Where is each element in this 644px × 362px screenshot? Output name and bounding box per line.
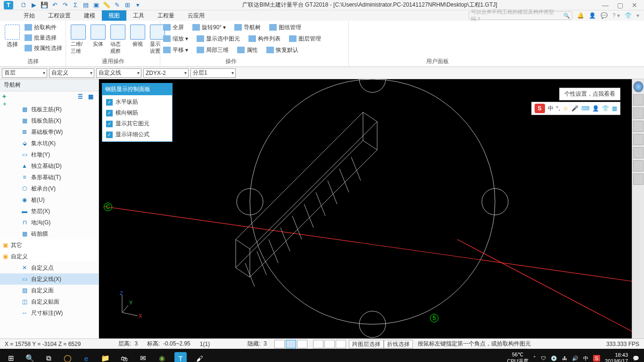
add-icon[interactable]: ✦＋ [2, 93, 10, 101]
help-icon[interactable]: ? ▾ [612, 12, 620, 19]
ime-emoji-icon[interactable]: ☺ [563, 105, 569, 112]
mail-icon[interactable]: ✉ [137, 352, 149, 362]
ribbon-big-item[interactable]: 二维/三维 [69, 23, 88, 57]
side-settings-icon[interactable] [633, 173, 644, 185]
qat-sum-icon[interactable]: Σ [72, 1, 79, 9]
tree-item[interactable]: ▲独立基础(D) [0, 160, 99, 172]
tray-vol-icon[interactable]: 🔊 [572, 355, 578, 362]
maximize-icon[interactable]: ▢ [617, 1, 623, 9]
tree-category[interactable]: ▣ 其它 [0, 239, 99, 251]
ribbon-big-item[interactable]: 俯视 [128, 23, 147, 49]
grid-view-icon[interactable]: ▦ [88, 93, 97, 101]
menu-4[interactable]: 工具 [126, 10, 151, 21]
tree-item[interactable]: ▨自定义面 [0, 285, 99, 296]
menu-1[interactable]: 工程设置 [41, 10, 77, 21]
ribbon-op-item[interactable]: 属性 [237, 45, 258, 55]
user-icon[interactable]: 👤 [589, 12, 596, 19]
tree-item[interactable]: ◫自定义贴面 [0, 296, 99, 307]
ribbon-op-item[interactable]: 导航树 [234, 23, 261, 32]
tree-item[interactable]: ⊓地沟(G) [0, 217, 99, 228]
ribbon-op-item[interactable]: 图纸管理 [269, 23, 301, 32]
list-view-icon[interactable]: ☰ [78, 93, 86, 101]
ribbon-op-item[interactable]: 旋转90° ▾ [192, 23, 226, 32]
ime-user-icon[interactable]: 👤 [592, 105, 599, 112]
qat-grid-icon[interactable]: ⊞ [124, 1, 131, 9]
tree-item[interactable]: ▬垫层(X) [0, 206, 99, 217]
snap-btn-4[interactable] [313, 340, 323, 348]
settings-tooltip[interactable]: 个性设置，点我看看 [559, 88, 620, 100]
qat-cube-icon[interactable]: ▣ [92, 1, 100, 9]
side-cube1-icon[interactable] [633, 107, 644, 119]
ime-toolbar[interactable]: S 中 °, ☺ 🎤 ⌨ 👤 👕 ▦ [531, 102, 620, 115]
ribbon-op-item[interactable]: 图层管理 [289, 34, 321, 43]
tray-net-icon[interactable]: 🖧 [562, 355, 567, 361]
category-combo[interactable]: 自定义 [49, 68, 94, 78]
tree-item[interactable]: ✕自定义点 [0, 262, 99, 273]
ime-grid-icon[interactable]: ▦ [612, 105, 617, 112]
ime-punct-icon[interactable]: °, [556, 105, 560, 112]
side-2d-icon[interactable] [633, 94, 644, 106]
menu-6[interactable]: 云应用 [181, 10, 211, 21]
rebar-checkbox[interactable]: ✓显示其它图元 [106, 120, 168, 128]
rebar-checkbox[interactable]: ✓显示详细公式 [106, 131, 168, 139]
gear-icon[interactable]: ▾ [636, 12, 639, 19]
tree-item[interactable]: 〓基础板带(W) [0, 126, 99, 138]
ime-mic-icon[interactable]: 🎤 [571, 105, 578, 112]
help-search[interactable]: 可以合并不同工程的楼层及构件类型吗？ 🔍 [469, 11, 572, 20]
minimize-icon[interactable]: — [602, 1, 609, 9]
menu-2[interactable]: 建模 [77, 10, 102, 21]
ribbon-op-item[interactable]: 缩放 ▾ [163, 34, 188, 43]
tree-item[interactable]: ▭自定义线(X) [0, 273, 99, 285]
rebar-checkbox[interactable]: ✓横向钢筋 [106, 109, 168, 117]
viewport-3d[interactable]: C 5 钢筋显示控制面板 ✓水平纵筋✓横向钢筋✓显示其它图元✓显示详细公式 个性… [99, 79, 644, 338]
app3-icon[interactable]: 🖌 [193, 352, 206, 362]
side-cube3-icon[interactable] [633, 134, 644, 145]
menu-5[interactable]: 工程量 [151, 10, 181, 21]
tree-item[interactable]: ↔尺寸标注(W) [0, 307, 99, 319]
edge-icon[interactable]: e [80, 352, 92, 362]
side-cube2-icon[interactable] [633, 121, 644, 132]
tree-item[interactable]: ▦砖胎膜 [0, 228, 99, 239]
side-layers-icon[interactable] [633, 160, 644, 172]
tree-item[interactable]: ▭柱墩(Y) [0, 149, 99, 160]
ribbon-item[interactable]: 拾取构件 [25, 23, 62, 32]
qat-save-icon[interactable]: 💾 [41, 1, 48, 9]
tree-item[interactable]: ≡条形基础(T) [0, 172, 99, 183]
ribbon-item[interactable]: 批量选择 [25, 33, 62, 42]
qat-ruler-icon[interactable]: 📏 [103, 1, 110, 9]
ribbon-big-item[interactable]: 实体 [89, 23, 107, 49]
snap-btn-1[interactable] [274, 340, 285, 348]
snap-btn-5[interactable] [324, 340, 335, 348]
select-button[interactable]: 选择 [3, 23, 22, 50]
search-icon[interactable]: 🔍 [563, 13, 570, 19]
cortana-icon[interactable]: ◯ [61, 352, 74, 362]
tray-clock[interactable]: 18:43 2019/6/17 [605, 352, 628, 362]
qat-open-icon[interactable]: ▶ [30, 1, 38, 9]
ime-keyboard-icon[interactable]: ⌨ [581, 105, 589, 112]
qat-more-icon[interactable]: ▾ [134, 1, 141, 9]
menu-0[interactable]: 开始 [17, 10, 41, 21]
qat-undo-icon[interactable]: ↶ [51, 1, 58, 9]
tree-item[interactable]: ◉桩(U) [0, 194, 99, 206]
rebar-checkbox[interactable]: ✓水平纵筋 [106, 98, 168, 106]
qat-new-icon[interactable]: 🗋 [20, 1, 27, 9]
ribbon-op-item[interactable]: 平移 ▾ [163, 45, 188, 55]
tray-shield-icon[interactable]: 🛡 [541, 355, 546, 361]
layer-combo[interactable]: 分层1 [190, 68, 236, 78]
polyline-select[interactable]: 折线选择 [384, 340, 413, 348]
tray-up-icon[interactable]: ˄ [533, 355, 536, 362]
tray-ime-icon[interactable]: 中 [583, 355, 588, 362]
tree-item[interactable]: ▦筏板主筋(R) [0, 104, 99, 115]
ribbon-big-item[interactable]: 动态观察 [108, 23, 127, 57]
ribbon-op-item[interactable]: 显示选中图元 [197, 34, 240, 43]
tree-item[interactable]: ⬡桩承台(V) [0, 183, 99, 194]
tree-item[interactable]: ⬙集水坑(K) [0, 138, 99, 149]
qat-redo-icon[interactable]: ↷ [61, 1, 69, 9]
ribbon-op-item[interactable]: 局部三维 [197, 45, 229, 55]
ribbon-op-item[interactable]: 全屏 [163, 23, 184, 32]
tree-category[interactable]: ▣ 自定义 [0, 251, 99, 262]
snap-btn-3[interactable] [297, 340, 307, 348]
qat-layer-icon[interactable]: ▤ [82, 1, 90, 9]
app1-icon[interactable]: ◉ [156, 352, 168, 362]
snap-btn-6[interactable] [336, 340, 346, 348]
